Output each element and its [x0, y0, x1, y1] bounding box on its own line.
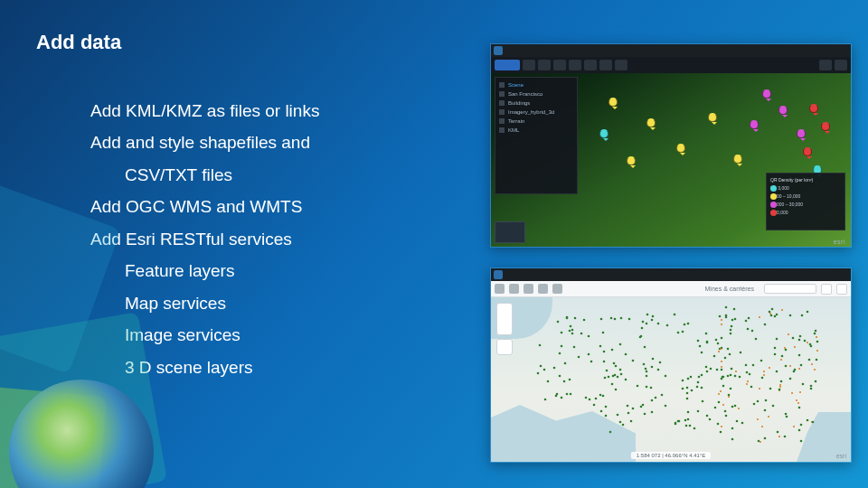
toolbar-button[interactable]: [836, 284, 847, 295]
map-point: [640, 335, 642, 337]
map-point: [625, 379, 627, 380]
water-shape: [491, 399, 636, 462]
map-point: [776, 338, 778, 340]
toolbar-button[interactable]: [819, 60, 832, 70]
bullet-rest-3: Image services: [125, 322, 416, 348]
toolbar-button[interactable]: [599, 60, 612, 70]
map-point: [646, 375, 647, 377]
map-point: [730, 388, 731, 389]
legend-swatch: [770, 210, 777, 216]
toolbar-button[interactable]: [835, 60, 847, 70]
map-point: [789, 365, 791, 367]
toolbar-button[interactable]: [523, 60, 535, 70]
map-point: [808, 359, 810, 361]
search-input[interactable]: [764, 284, 816, 294]
map-point: [619, 369, 621, 371]
toolbar-add-icon[interactable]: [495, 284, 505, 294]
map-point: [644, 413, 646, 415]
map-point: [589, 399, 590, 400]
map-point: [687, 323, 689, 324]
map-point: [728, 396, 730, 398]
map-point: [610, 317, 612, 319]
map-point: [748, 317, 750, 319]
map-point: [727, 348, 729, 350]
map-point: [691, 389, 693, 391]
toolbar-button[interactable]: [615, 60, 627, 70]
map-pin-icon: [708, 113, 717, 122]
toolbar-button[interactable]: [538, 60, 551, 70]
toolbar-home-button[interactable]: [495, 60, 520, 70]
map-point: [764, 324, 766, 325]
map-point: [566, 316, 568, 318]
layer-row[interactable]: Scene: [499, 82, 573, 88]
map-point: [801, 314, 803, 316]
toolbar-button[interactable]: [553, 60, 566, 70]
map-point: [734, 318, 736, 320]
map-point: [615, 389, 617, 390]
legend-swatch: [770, 193, 777, 200]
layer-row[interactable]: Imagery_hybrid_3d: [499, 109, 573, 115]
map-point: [780, 380, 782, 382]
map-point: [730, 374, 731, 376]
bg-shape: [0, 381, 107, 488]
map-point: [741, 422, 743, 424]
layer-row[interactable]: Terrain: [499, 118, 573, 124]
map-point: [717, 423, 719, 425]
map-point: [776, 314, 778, 315]
map-point: [644, 346, 646, 348]
toolbar-button[interactable]: [569, 60, 581, 70]
layer-row[interactable]: Buildings: [499, 100, 573, 106]
toolbar-layers-icon[interactable]: [509, 284, 519, 294]
map-point: [716, 369, 718, 371]
slide: Add data Add KML/KMZ as files or links A…: [0, 0, 868, 488]
map-point: [759, 388, 760, 389]
map-point: [600, 318, 602, 320]
basemap-thumbnail[interactable]: [495, 221, 525, 243]
status-bar: 1:584 072 | 46.066°N 4.41°E: [631, 452, 711, 459]
toolbar-save-icon[interactable]: [552, 284, 562, 294]
toolbar-analysis-icon[interactable]: [538, 284, 548, 294]
map-point: [677, 420, 679, 422]
map-point: [651, 399, 653, 401]
zoom-control[interactable]: [496, 303, 513, 335]
map-point: [578, 356, 580, 358]
window-icon: [494, 270, 503, 279]
map-canvas[interactable]: 1:584 072 | 46.066°N 4.41°E esri: [491, 297, 851, 462]
map-point: [661, 394, 663, 396]
toolbar-basemap-icon[interactable]: [524, 284, 533, 294]
map-pin-icon: [609, 98, 618, 107]
map-point: [776, 371, 778, 372]
layer-row[interactable]: San Francisco: [499, 91, 573, 97]
home-control[interactable]: [496, 339, 513, 355]
layer-panel[interactable]: Scene San Francisco Buildings Imagery_hy…: [495, 77, 578, 194]
map-point: [769, 388, 771, 389]
legend-swatch: [770, 185, 777, 192]
map-point: [583, 319, 585, 321]
map-point: [779, 386, 781, 388]
legend-row: 0 – 3,000: [770, 185, 841, 191]
map-point: [637, 385, 638, 387]
map-point: [687, 418, 689, 420]
toolbar-button[interactable]: [821, 284, 832, 295]
map-point: [757, 418, 759, 420]
map-point: [619, 421, 621, 423]
map-point: [564, 362, 566, 364]
map-point: [689, 425, 691, 427]
map-point: [657, 323, 659, 324]
map-point: [665, 375, 666, 377]
map-point: [571, 329, 573, 331]
map-point: [705, 333, 707, 334]
map-point: [604, 377, 606, 379]
map-point: [628, 318, 630, 320]
map-point: [778, 436, 780, 437]
toolbar-button[interactable]: [584, 60, 597, 70]
map-point: [763, 374, 765, 376]
map-point: [799, 391, 801, 393]
layer-row[interactable]: KML: [499, 127, 573, 133]
map-point: [714, 407, 716, 408]
map-point: [814, 333, 816, 334]
map-point: [761, 377, 763, 379]
map-point: [721, 319, 722, 321]
map-point: [731, 406, 733, 408]
map-point: [602, 332, 604, 333]
